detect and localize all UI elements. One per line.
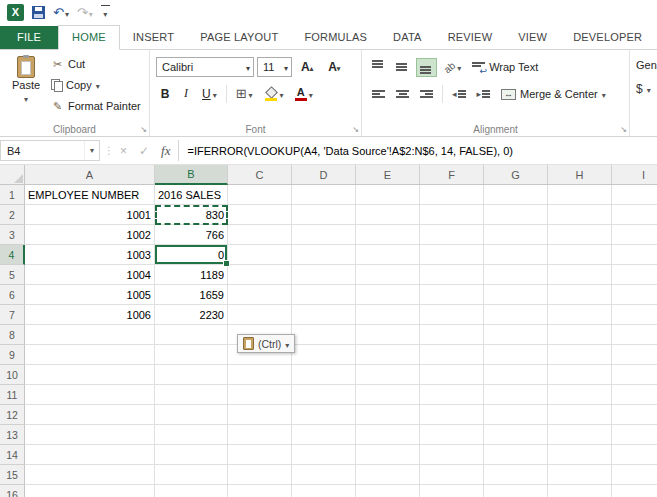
cell-H16[interactable] [548, 485, 612, 497]
cell-A12[interactable] [25, 405, 155, 425]
chevron-down-icon[interactable] [647, 82, 651, 96]
cell-F2[interactable] [420, 205, 484, 225]
cell-B11[interactable] [155, 385, 228, 405]
chevron-down-icon[interactable] [309, 88, 313, 100]
merge-center-button[interactable]: Merge & Center [497, 84, 610, 104]
cell-A3[interactable]: 1002 [25, 225, 155, 245]
cell-A5[interactable]: 1004 [25, 265, 155, 285]
cell-H4[interactable] [548, 245, 612, 265]
cell-H13[interactable] [548, 425, 612, 445]
chevron-down-icon[interactable] [249, 88, 253, 100]
cell-D1[interactable] [292, 185, 356, 205]
cell-H5[interactable] [548, 265, 612, 285]
cell-F4[interactable] [420, 245, 484, 265]
cell-G16[interactable] [484, 485, 548, 497]
column-header-H[interactable]: H [548, 165, 612, 185]
cell-C5[interactable] [228, 265, 292, 285]
cell-I6[interactable] [612, 285, 657, 305]
cell-D13[interactable] [292, 425, 356, 445]
row-header-10[interactable]: 10 [0, 365, 25, 385]
cell-I1[interactable] [612, 185, 657, 205]
cell-A8[interactable] [25, 325, 155, 345]
cell-I7[interactable] [612, 305, 657, 325]
cell-G1[interactable] [484, 185, 548, 205]
cell-G8[interactable] [484, 325, 548, 345]
cell-F14[interactable] [420, 445, 484, 465]
cell-B12[interactable] [155, 405, 228, 425]
cell-D12[interactable] [292, 405, 356, 425]
chevron-down-icon[interactable] [457, 61, 461, 73]
customize-quick-access-button[interactable] [101, 5, 110, 19]
cell-E16[interactable] [356, 485, 420, 497]
cell-G13[interactable] [484, 425, 548, 445]
cell-E7[interactable] [356, 305, 420, 325]
cell-B3[interactable]: 766 [155, 225, 228, 245]
cell-E5[interactable] [356, 265, 420, 285]
decrease-font-size-button[interactable]: A [322, 58, 346, 77]
cell-H15[interactable] [548, 465, 612, 485]
cell-I15[interactable] [612, 465, 657, 485]
increase-indent-button[interactable]: ▸ [473, 85, 495, 104]
cell-I3[interactable] [612, 225, 657, 245]
column-header-E[interactable]: E [356, 165, 420, 185]
font-name-select[interactable]: Calibri [156, 57, 254, 77]
increase-font-size-button[interactable]: A [295, 58, 319, 77]
column-header-G[interactable]: G [484, 165, 548, 185]
row-header-16[interactable]: 16 [0, 485, 25, 497]
cell-G15[interactable] [484, 465, 548, 485]
cell-D5[interactable] [292, 265, 356, 285]
align-right-button[interactable] [416, 85, 437, 104]
column-header-F[interactable]: F [420, 165, 484, 185]
cell-G5[interactable] [484, 265, 548, 285]
cell-F3[interactable] [420, 225, 484, 245]
cell-B4[interactable]: 0 [155, 245, 228, 265]
cell-E8[interactable] [356, 325, 420, 345]
formula-bar-input[interactable]: =IFERROR(VLOOKUP(A4, 'Data Source'!A$2:N… [179, 145, 657, 157]
middle-align-button[interactable] [392, 58, 413, 77]
cell-E1[interactable] [356, 185, 420, 205]
row-header-9[interactable]: 9 [0, 345, 25, 365]
insert-function-icon[interactable]: fx [161, 143, 170, 159]
cell-E13[interactable] [356, 425, 420, 445]
column-header-A[interactable]: A [25, 165, 155, 185]
row-header-15[interactable]: 15 [0, 465, 25, 485]
accounting-format-button[interactable]: $ [636, 82, 657, 96]
cell-C6[interactable] [228, 285, 292, 305]
cell-D3[interactable] [292, 225, 356, 245]
tab-view[interactable]: VIEW [505, 26, 560, 49]
cell-D10[interactable] [292, 365, 356, 385]
cell-A15[interactable] [25, 465, 155, 485]
paste-button[interactable]: Paste [4, 54, 48, 115]
column-header-D[interactable]: D [292, 165, 356, 185]
row-header-2[interactable]: 2 [0, 205, 25, 225]
cell-D16[interactable] [292, 485, 356, 497]
wrap-text-button[interactable]: Wrap Text [468, 57, 542, 77]
cell-D4[interactable] [292, 245, 356, 265]
cell-G9[interactable] [484, 345, 548, 365]
cell-D2[interactable] [292, 205, 356, 225]
tab-review[interactable]: REVIEW [435, 26, 506, 49]
cell-I16[interactable] [612, 485, 657, 497]
cell-E15[interactable] [356, 465, 420, 485]
cell-F13[interactable] [420, 425, 484, 445]
cell-I4[interactable] [612, 245, 657, 265]
cell-G14[interactable] [484, 445, 548, 465]
cell-A4[interactable]: 1003 [25, 245, 155, 265]
cell-C10[interactable] [228, 365, 292, 385]
cell-G6[interactable] [484, 285, 548, 305]
row-header-13[interactable]: 13 [0, 425, 25, 445]
alignment-dialog-launcher-icon[interactable] [620, 125, 627, 134]
cell-I13[interactable] [612, 425, 657, 445]
cell-G12[interactable] [484, 405, 548, 425]
undo-button[interactable]: ↶ [53, 6, 69, 19]
cell-C16[interactable] [228, 485, 292, 497]
save-button[interactable] [32, 6, 45, 19]
cell-I2[interactable] [612, 205, 657, 225]
chevron-down-icon[interactable] [246, 61, 250, 73]
decrease-indent-button[interactable]: ◂ [448, 85, 470, 104]
number-format-select[interactable]: Gen [636, 59, 657, 71]
row-header-4[interactable]: 4 [0, 245, 25, 265]
chevron-down-icon[interactable] [213, 88, 217, 100]
cell-H3[interactable] [548, 225, 612, 245]
cell-H11[interactable] [548, 385, 612, 405]
